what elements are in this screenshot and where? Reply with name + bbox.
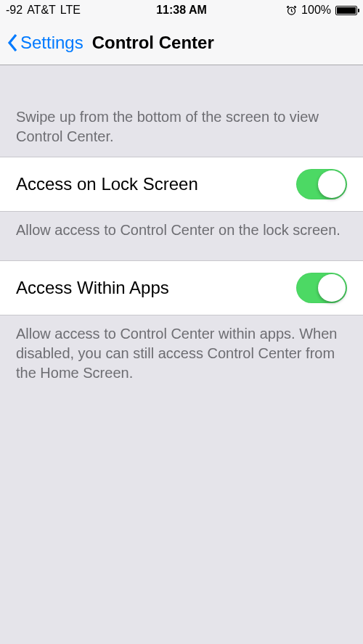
status-time: 11:38 AM: [156, 4, 207, 17]
nav-bar: Settings Control Center: [0, 20, 363, 65]
signal-strength: -92: [6, 4, 23, 17]
carrier-name: AT&T: [27, 4, 56, 17]
network-type: LTE: [60, 4, 81, 17]
row-label-apps: Access Within Apps: [16, 278, 169, 298]
footer-apps: Allow access to Control Center within ap…: [0, 315, 363, 390]
page-title: Control Center: [92, 33, 214, 53]
row-access-within-apps: Access Within Apps: [0, 261, 363, 315]
battery-icon: [335, 6, 357, 15]
battery-percent: 100%: [301, 4, 331, 17]
back-label: Settings: [20, 33, 83, 53]
row-group-lock: Access on Lock Screen: [0, 157, 363, 212]
status-left: -92 AT&T LTE: [6, 4, 81, 17]
status-bar: -92 AT&T LTE 11:38 AM 100%: [0, 0, 363, 20]
footer-lock: Allow access to Control Center on the lo…: [0, 212, 363, 247]
status-right: 100%: [286, 4, 357, 17]
row-label-lock: Access on Lock Screen: [16, 174, 198, 194]
row-group-apps: Access Within Apps: [0, 260, 363, 315]
toggle-access-within-apps[interactable]: [296, 273, 347, 303]
toggle-knob: [318, 274, 346, 302]
toggle-access-lock-screen[interactable]: [296, 169, 347, 199]
chevron-left-icon: [7, 33, 19, 52]
alarm-icon: [286, 5, 297, 16]
toggle-knob: [318, 170, 346, 198]
row-access-lock-screen: Access on Lock Screen: [0, 157, 363, 211]
back-button[interactable]: Settings: [7, 33, 83, 53]
intro-text: Swipe up from the bottom of the screen t…: [0, 65, 363, 157]
spacer: [0, 247, 363, 260]
